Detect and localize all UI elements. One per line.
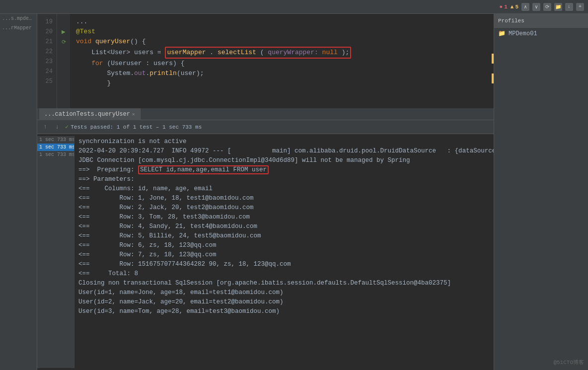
console-sidebar: 1 sec 733 ms 1 sec 733 ms 1 sec 733 ms [37,136,74,368]
tab-label: ...cationTests.queryUser [44,111,130,118]
warn-icon: ▲ [511,4,514,10]
up-arrow-button[interactable]: ↑ [41,123,49,131]
sidebar-path1: ...s.mpdemo01 [0,14,37,23]
folder-icon[interactable]: 📁 [554,3,562,11]
console-side-item-3[interactable]: 1 sec 733 ms [37,151,74,158]
run-gutter-icon[interactable]: ▶ [62,28,66,36]
highlight-box-selectlist: userMapper . selectList ( queryWrapper: … [165,47,351,59]
main-layout: ...s.mpdemo01 ...rMapper 19 20 21 22 23 … [0,14,588,370]
console-line-2: 2022-04-20 20:39:24.727 INFO 49972 --- [… [78,147,490,156]
console-side-item-1[interactable]: 1 sec 733 ms [37,136,74,144]
line-num-23: 23 [37,57,57,67]
line-num-22: 22 [37,47,57,57]
down-arrow-button[interactable]: ↓ [53,123,61,131]
annotation-test: @Test [76,27,95,37]
code-line-22: List< User > users = userMapper . select… [76,47,484,59]
sidebar-path2: ...rMapper [0,23,37,33]
chevron-up-icon[interactable]: ∧ [521,3,529,11]
code-line-20: @Test [76,27,484,37]
line-num-20: 20 [37,27,57,37]
console-line-12: <== Row: 6, zs, 18, 123@qq.com [78,241,490,250]
download-icon[interactable]: ↓ [565,3,573,11]
console-line-4: ==> Preparing: SELECT id,name,age,email … [78,165,490,175]
tab-bar: ...cationTests.queryUser ✕ [37,108,494,120]
profiles-label: Profiles [498,18,524,24]
console-line-13: <== Row: 7, zs, 18, 123@qq.com [78,250,490,260]
console-line-17: User(id=1, name=Jone, age=18, email=test… [78,288,490,297]
left-sidebar: ...s.mpdemo01 ...rMapper [0,14,37,370]
line-num-24: 24 [37,67,57,76]
console-side-item-2[interactable]: 1 sec 733 ms [37,144,74,151]
warn-count: 5 [515,4,518,10]
chevron-down-icon[interactable]: ∨ [532,3,540,11]
tab-query-user[interactable]: ...cationTests.queryUser ✕ [39,108,141,120]
console-line-1: synchronization is not active [78,137,490,147]
console-line-18: User(id=2, name=Jack, age=20, email=test… [78,297,490,307]
code-line-23: for ( User user : users) { [76,59,484,69]
reload-gutter-icon[interactable]: ⟳ [62,39,66,45]
code-editor: 19 20 21 22 23 24 25 ▶ ⟳ [37,14,494,108]
yellow-bar-2 [492,74,494,83]
console-line-8: <== Row: 2, Jack, 20, test2@baomidou.com [78,203,490,213]
console-line-11: <== Row: 5, Billie, 24, test5@baomidou.c… [78,231,490,241]
status-text: Tests passed: 1 of 1 test – 1 sec 733 ms [71,124,202,130]
console-line-9: <== Row: 3, Tom, 28, test3@baomidou.com [78,213,490,222]
console-line-3: JDBC Connection [com.mysql.cj.jdbc.Conne… [78,156,490,165]
console-line-19: User(id=3, name=Tom, age=28, email=test3… [78,307,490,316]
warn-badge: ▲ 5 [511,4,518,10]
yellow-bar-1 [492,54,494,64]
sql-highlight: SELECT id,name,age,email FROM user [138,165,269,174]
tab-close-button[interactable]: ✕ [132,111,135,117]
console-line-14: <== Row: 151675707744364282 90, zs, 18, … [78,260,490,269]
line-num-25: 25 [37,76,57,86]
error-icon: ● [500,4,503,10]
plus-icon[interactable]: + [576,3,584,11]
console-line-6: <== Columns: id, name, age, email [78,184,490,194]
code-line-21: void queryUser () { [76,37,484,47]
console-line-10: <== Row: 4, Sandy, 21, test4@baomidou.co… [78,222,490,231]
right-panel: Profiles 📁 MPDemo01 [494,14,588,370]
code-line-24: System . out . println (user); [76,69,484,78]
console-line-5: ==> Parameters: [78,175,490,184]
code-area: 19 20 21 22 23 24 25 ▶ ⟳ [37,14,494,370]
console-line-7: <== Row: 1, Jone, 18, test1@baomidou.com [78,194,490,203]
console-line-15: <== Total: 8 [78,269,490,279]
error-count: 1 [504,4,508,10]
folder-icon: 📁 [498,30,506,37]
right-panel-mpdemo01[interactable]: 📁 MPDemo01 [494,28,588,39]
sync-icon[interactable]: ⟳ [543,3,551,11]
code-line-19: ... [76,17,484,27]
line-num-19: 19 [37,17,57,27]
console-output: 1 sec 733 ms 1 sec 733 ms 1 sec 733 ms s… [37,134,494,370]
console-line-16: Closing non transactional SqlSession [or… [78,279,490,288]
code-line-25: } [76,78,484,88]
line-num-21: 21 [37,37,57,47]
console-status: ✓ Tests passed: 1 of 1 test – 1 sec 733 … [65,123,202,131]
line-numbers: 19 20 21 22 23 24 25 [37,14,57,108]
error-badge: ● 1 [500,4,508,10]
top-toolbar: ● 1 ▲ 5 ∧ ∨ ⟳ 📁 ↓ + [0,0,588,14]
mpdemo01-label: MPDemo01 [509,30,537,37]
right-panel-header: Profiles [494,14,588,28]
check-icon: ✓ [65,123,69,131]
console-header: ↑ ↓ ✓ Tests passed: 1 of 1 test – 1 sec … [37,120,494,134]
console-text-area: synchronization is not active 2022-04-20… [74,136,494,368]
watermark: @51CTO博客 [553,359,584,366]
code-content: ... @Test void queryUser () { [70,14,490,108]
